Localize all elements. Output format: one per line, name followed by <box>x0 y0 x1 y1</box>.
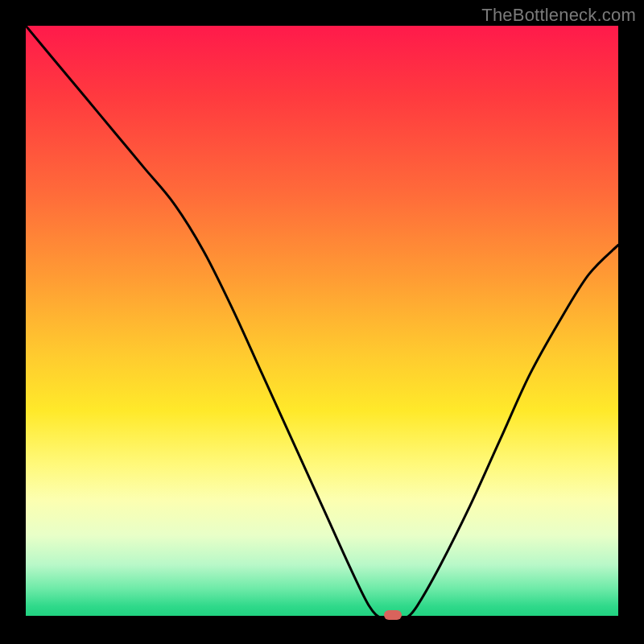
bottleneck-curve <box>26 26 618 618</box>
chart-frame: TheBottleneck.com <box>0 0 644 644</box>
watermark-text: TheBottleneck.com <box>481 5 636 26</box>
x-axis-baseline <box>26 616 618 618</box>
curve-path <box>26 26 618 618</box>
optimal-marker <box>384 610 402 620</box>
